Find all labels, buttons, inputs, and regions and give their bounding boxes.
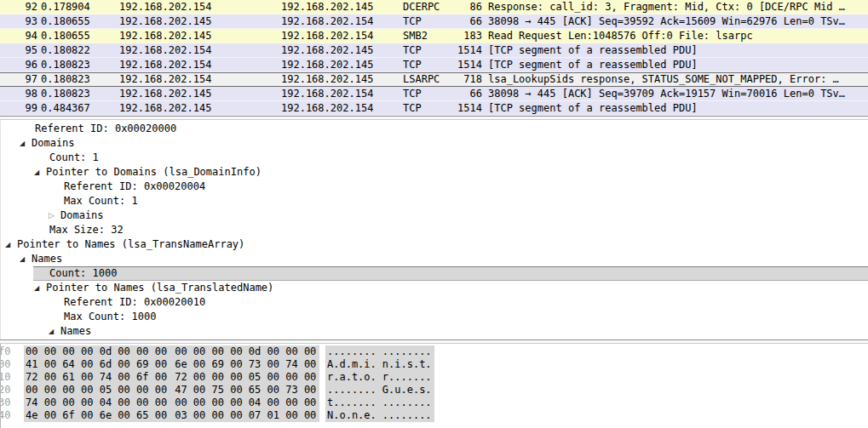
packet-col-src: 192.168.202.154 <box>119 73 211 86</box>
hex-bytes: 00 00 00 00 0d 00 00 0000 00 00 00 0d 00… <box>24 345 319 358</box>
packet-col-dst: 192.168.202.145 <box>281 0 373 14</box>
packet-col-no: 92 <box>0 0 37 14</box>
tree-row-label: Max Count: 1 <box>64 195 138 207</box>
packet-col-len: 1514 <box>423 58 482 72</box>
tree-row[interactable]: Count: 1 <box>1 151 868 165</box>
packet-col-dst: 192.168.202.154 <box>281 29 373 43</box>
tree-row-label: Referent ID: 0x00020010 <box>64 296 205 308</box>
packet-col-time: 0.180823 <box>41 58 90 72</box>
hex-bytes-left: 41 00 64 00 6d 00 69 00 <box>26 358 167 370</box>
ascii-bytes: ................ <box>325 345 434 358</box>
hex-bytes-left: 00 00 00 00 05 00 00 00 <box>26 384 167 396</box>
tree-row[interactable]: Max Count: 1 <box>1 194 868 208</box>
packet-row[interactable]: 940.180655192.168.202.145192.168.202.154… <box>0 29 868 43</box>
tree-row[interactable]: ▷Domains <box>1 208 868 223</box>
packet-col-info: [TCP segment of a reassembled PDU] <box>488 101 866 116</box>
packet-col-info: Read Request Len:1048576 Off:0 File: lsa… <box>488 29 866 43</box>
hex-offset-label: f0 <box>0 345 10 358</box>
packet-col-dst: 192.168.202.145 <box>281 73 373 86</box>
packet-col-proto: TCP <box>403 87 422 101</box>
hex-bytes: 41 00 64 00 6d 00 69 006e 00 69 00 73 00… <box>24 358 319 371</box>
tree-row[interactable]: Max Size: 32 <box>1 223 868 237</box>
packet-col-info: Response: call_id: 3, Fragment: Mid, Ctx… <box>488 0 866 14</box>
tree-selection-highlight <box>33 266 868 281</box>
packet-col-no: 99 <box>0 101 37 116</box>
packet-col-src: 192.168.202.145 <box>119 101 211 116</box>
hex-row[interactable]: 0041 00 64 00 6d 00 69 006e 00 69 00 73 … <box>1 358 868 371</box>
packet-col-len: 66 <box>423 87 482 101</box>
packet-row[interactable]: 920.178904192.168.202.154192.168.202.145… <box>0 0 868 14</box>
expander-open-icon[interactable]: ◢ <box>20 136 25 151</box>
hex-bytes-right: 47 00 75 00 65 00 73 00 <box>175 384 316 396</box>
tree-row-label: Names <box>60 325 91 337</box>
hex-row[interactable]: 404e 00 6f 00 6e 00 65 0003 00 00 00 07 … <box>1 409 868 422</box>
packet-col-src: 192.168.202.145 <box>119 29 211 43</box>
packet-col-no: 95 <box>0 43 37 58</box>
packet-col-src: 192.168.202.154 <box>119 58 211 72</box>
hex-row[interactable]: 1072 00 61 00 74 00 6f 0072 00 00 00 05 … <box>1 371 868 384</box>
tree-row[interactable]: ◢Names <box>1 324 868 339</box>
packet-col-time: 0.180655 <box>41 14 90 29</box>
packet-col-no: 98 <box>0 87 37 101</box>
expander-open-icon[interactable]: ◢ <box>34 165 39 180</box>
tree-row-label: Count: 1 <box>49 151 99 163</box>
packet-col-src: 192.168.202.145 <box>119 14 211 29</box>
packet-col-time: 0.484367 <box>41 101 90 116</box>
ascii-right: ........ <box>382 345 432 357</box>
packet-row[interactable]: 960.180823192.168.202.154192.168.202.145… <box>0 58 868 72</box>
packet-col-src: 192.168.202.145 <box>119 87 211 101</box>
expander-open-icon[interactable]: ◢ <box>20 252 25 266</box>
tree-row[interactable]: Referent ID: 0x00020004 <box>1 180 868 194</box>
tree-row[interactable]: ◢Pointer to Domains (lsa_DomainInfo) <box>1 165 868 180</box>
tree-row-label: Max Count: 1000 <box>64 311 156 322</box>
packet-row[interactable]: 950.180822192.168.202.154192.168.202.145… <box>0 43 868 58</box>
hex-offset-label: 10 <box>0 371 10 384</box>
hex-offset-label: 20 <box>0 384 10 397</box>
tree-row-label: Pointer to Names (lsa_TranslatedName) <box>46 282 273 294</box>
ascii-left: t....... <box>327 397 377 408</box>
tree-row-label: Pointer to Names (lsa_TransNameArray) <box>17 238 244 250</box>
tree-row[interactable]: ◢Domains <box>1 136 868 151</box>
packet-col-info: [TCP segment of a reassembled PDU] <box>488 43 866 58</box>
ascii-left: r.a.t.o. <box>327 371 377 383</box>
tree-row-label: Domains <box>60 209 104 221</box>
packet-col-info: [TCP segment of a reassembled PDU] <box>488 58 866 72</box>
tree-row[interactable]: ◢Names <box>1 252 868 266</box>
expander-open-icon[interactable]: ◢ <box>5 237 10 252</box>
packet-row[interactable]: 930.180655192.168.202.145192.168.202.154… <box>0 14 868 29</box>
hex-bytes-left: 4e 00 6f 00 6e 00 65 00 <box>26 409 167 421</box>
ascii-right: n.i.s.t. <box>382 358 432 370</box>
tree-row[interactable]: Referent ID: 0x00020010 <box>1 295 868 310</box>
hex-bytes-right: 6e 00 69 00 73 00 74 00 <box>175 358 316 370</box>
packet-col-time: 0.180655 <box>41 29 90 43</box>
packet-col-len: 86 <box>423 0 482 14</box>
packet-col-len: 1514 <box>423 101 482 116</box>
expander-open-icon[interactable]: ◢ <box>34 281 39 295</box>
tree-row-label: Referent ID: 0x00020004 <box>64 180 205 192</box>
packet-col-no: 97 <box>0 73 37 86</box>
packet-row[interactable]: 990.484367192.168.202.145192.168.202.154… <box>0 101 868 116</box>
packet-row[interactable]: 970.180823192.168.202.154192.168.202.145… <box>0 72 868 87</box>
packet-col-src: 192.168.202.154 <box>119 43 211 58</box>
packet-col-proto: TCP <box>403 14 422 29</box>
packet-col-dst: 192.168.202.154 <box>281 87 373 101</box>
tree-row[interactable]: Count: 1000 <box>1 266 868 281</box>
ascii-bytes: r.a.t.o.r....... <box>325 371 434 384</box>
tree-row[interactable]: ◢Pointer to Names (lsa_TransNameArray) <box>1 237 868 252</box>
ascii-right: G.u.e.s. <box>382 384 432 396</box>
ascii-right: ........ <box>382 409 432 421</box>
ascii-bytes: A.d.m.i.n.i.s.t. <box>325 358 434 371</box>
expander-closed-icon[interactable]: ▷ <box>49 208 55 223</box>
tree-row[interactable]: Referent ID: 0x00020000 <box>1 122 868 136</box>
hex-row[interactable]: 3074 00 00 00 04 00 00 0000 00 00 00 04 … <box>1 397 868 409</box>
tree-row[interactable]: Max Count: 1000 <box>1 310 868 324</box>
expander-open-icon[interactable]: ◢ <box>49 324 54 339</box>
hex-row[interactable]: 2000 00 00 00 05 00 00 0047 00 75 00 65 … <box>1 384 868 397</box>
packet-list: 920.178904192.168.202.154192.168.202.145… <box>0 0 868 116</box>
tree-row-label: Domains <box>32 137 75 149</box>
ascii-left: N.o.n.e. <box>327 409 377 421</box>
packet-row[interactable]: 980.180823192.168.202.145192.168.202.154… <box>0 87 868 101</box>
hex-row[interactable]: f000 00 00 00 0d 00 00 0000 00 00 00 0d … <box>1 345 868 358</box>
tree-row[interactable]: ◢Pointer to Names (lsa_TranslatedName) <box>1 281 868 295</box>
hex-bytes-left: 00 00 00 00 0d 00 00 00 <box>26 345 167 357</box>
